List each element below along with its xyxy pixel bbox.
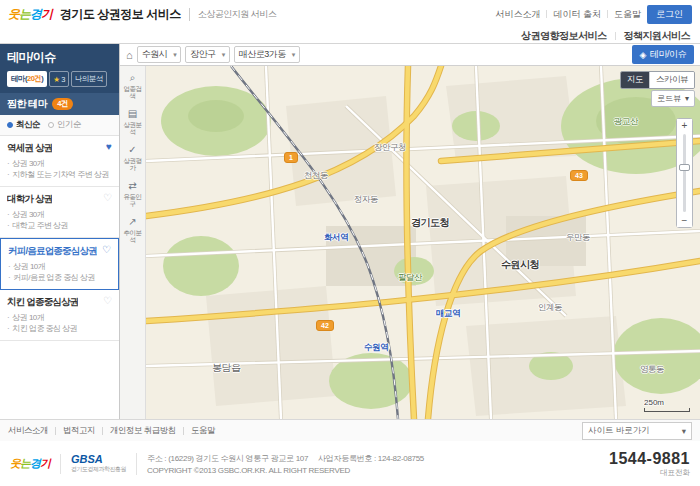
map-label-cheoncheon: 천천동 <box>304 170 328 182</box>
chevron-down-icon: ▾ <box>222 51 225 59</box>
footer-link-legal[interactable]: 법적고지 <box>63 425 95 437</box>
route-badge: 43 <box>570 170 588 181</box>
link-data-source[interactable]: 데이터 출처 <box>553 8 601 21</box>
tab-my-analysis[interactable]: 나의분석 <box>71 71 107 87</box>
site-shortcut-select[interactable]: 사이트 바로가기 ▾ <box>582 422 692 440</box>
phone-number: 1544-9881 <box>609 450 690 468</box>
footer-address: 주소 : (16229) 경기도 수원시 영통구 광교로 107 <box>147 453 308 464</box>
heart-icon[interactable]: ♥ <box>106 142 112 152</box>
theme-card-university[interactable]: 대학가 상권 ♡ ·상권 30개 ·대학교 주변 상권 <box>0 187 119 238</box>
tool-district-evaluation[interactable]: ✓ 상권평가 <box>120 144 145 171</box>
sub-footer: 서비스소개 법적고지 개인정보 취급방침 도움말 사이트 바로가기 ▾ <box>0 419 700 441</box>
roadview-button[interactable]: 로드뷰 ▾ <box>651 90 695 107</box>
sidebar-header: 테마/이슈 테마(20건) ★ 3 나의분석 <box>0 44 119 93</box>
map-label-hwaseo-station: 화서역 <box>324 232 348 244</box>
map-label-ingye: 인계동 <box>538 302 562 314</box>
tool-district-analysis[interactable]: ▤ 상권분석 <box>120 108 145 135</box>
map-view-button[interactable]: 지도 <box>621 72 649 88</box>
sidebar-tabs: 테마(20건) ★ 3 나의분석 <box>7 71 112 87</box>
divider <box>546 10 547 18</box>
heart-outline-icon[interactable]: ♡ <box>102 245 111 255</box>
nav-policy-service[interactable]: 정책지원서비스 <box>624 29 691 43</box>
sort-recent[interactable]: 최신순 <box>7 119 40 131</box>
theme-icon: ◈ <box>640 50 646 60</box>
trend-icon: ↗ <box>128 216 136 228</box>
tab-theme[interactable]: 테마(20건) <box>7 71 47 87</box>
page-title: 경기도 상권정보 서비스 <box>60 6 181 23</box>
map-label-city-hall: 수원시청 <box>501 258 539 272</box>
home-icon[interactable]: ⌂ <box>126 49 133 61</box>
divider <box>607 10 608 18</box>
gbsa-logo: GBSA 경기도경제과학진흥원 <box>60 454 126 474</box>
tool-iconbar: ⌕ 업종검색 ▤ 상권분석 ✓ 상권평가 ⇄ 유동인구 <box>120 66 146 419</box>
footer: 웃는경기 GBSA 경기도경제과학진흥원 주소 : (16229) 경기도 수원… <box>0 441 700 486</box>
footer-link-service[interactable]: 서비스소개 <box>8 425 48 437</box>
map-label-suwon-station: 수원역 <box>364 342 388 354</box>
search-icon: ⌕ <box>130 72 136 84</box>
divider <box>615 32 616 40</box>
login-button[interactable]: 로그인 <box>647 5 692 24</box>
theme-card-chicken[interactable]: 치킨 업종중심상권 ♡ ·상권 10개 ·치킨 업종 중심 상권 <box>0 290 119 341</box>
phone-label: 대표전화 <box>609 468 690 478</box>
map-label-provincial-office: 경기도청 <box>411 216 449 230</box>
map-label-gwanggyosan: 광교산 <box>614 116 638 128</box>
theme-sidebar: 테마/이슈 테마(20건) ★ 3 나의분석 찜한 테마 4건 <box>0 44 120 419</box>
chevron-down-icon: ▾ <box>173 51 176 59</box>
tool-trend-analysis[interactable]: ↗ 추이분석 <box>120 216 145 243</box>
scale-bar <box>644 408 690 412</box>
map-label-uman: 우만동 <box>566 232 590 244</box>
nav-impact-service[interactable]: 상권영향정보서비스 <box>521 29 607 43</box>
zoom-in-button[interactable]: + <box>677 119 692 132</box>
heart-outline-icon[interactable]: ♡ <box>103 193 112 203</box>
header-utility: 서비스소개 데이터 출처 도움말 로그인 <box>495 5 692 24</box>
service-nav: 상권영향정보서비스 정책지원서비스 <box>0 28 700 44</box>
tool-foot-traffic[interactable]: ⇄ 유동인구 <box>120 180 145 207</box>
divider <box>55 427 56 435</box>
map-canvas[interactable]: 경기도청 수원시청 장안구청 화서역 수원역 매교역 봉담읍 팔달산 광교산 천… <box>146 66 700 419</box>
tool-industry-search[interactable]: ⌕ 업종검색 <box>120 72 145 99</box>
footer-link-privacy[interactable]: 개인정보 취급방침 <box>110 425 176 437</box>
map-label-jeongja: 정자동 <box>354 194 378 206</box>
map-label-gu-office: 장안구청 <box>374 142 406 154</box>
chevron-down-icon: ▾ <box>682 426 686 436</box>
theme-list: 역세권 상권 ♥ ·상권 30개 ·지하철 또는 기차역 주변 상권 대학가 상… <box>0 136 119 419</box>
map-label-yeongtong: 영통동 <box>640 364 664 376</box>
link-service-intro[interactable]: 서비스소개 <box>495 8 540 21</box>
star-icon: ★ <box>53 75 59 84</box>
gyeonggi-logo[interactable]: 웃는경기 <box>8 6 52 23</box>
page-subtitle: 소상공인지원 서비스 <box>189 8 277 21</box>
route-badge: 42 <box>316 320 334 331</box>
radio-icon <box>48 122 54 128</box>
theme-card-coffee[interactable]: 커피/음료업종중심상권 ♡ ·상권 10개 ·커피/음료 업종 중심 상권 <box>0 238 119 290</box>
footer-phone: 1544-9881 대표전화 <box>609 450 690 478</box>
theme-issue-button[interactable]: ◈ 테마/이슈 <box>632 45 694 64</box>
footer-business-number: 사업자등록번호 : 124-82-08755 <box>318 453 424 464</box>
zoom-handle[interactable] <box>679 164 690 171</box>
main-area: 테마/이슈 테마(20건) ★ 3 나의분석 찜한 테마 4건 <box>0 44 700 419</box>
footer-link-help[interactable]: 도움말 <box>191 425 215 437</box>
link-help[interactable]: 도움말 <box>614 8 641 21</box>
zoom-out-button[interactable]: − <box>677 214 692 227</box>
sort-bar: 최신순 인기순 <box>0 115 119 136</box>
chevron-down-icon: ▾ <box>292 51 295 59</box>
zoom-track[interactable] <box>683 134 686 212</box>
gyeonggi-footer-logo: 웃는경기 <box>10 456 50 471</box>
region-select-si[interactable]: 수원시 ▾ <box>137 46 182 63</box>
region-select-dong[interactable]: 매산로3가동 ▾ <box>234 46 300 63</box>
map-scale: 250m <box>644 398 690 412</box>
map-label-paldalsan: 팔달산 <box>398 272 422 284</box>
divider <box>102 427 103 435</box>
sort-popular[interactable]: 인기순 <box>48 119 81 131</box>
footer-copyright: COPYRIGHT ©2013 GSBC.OR.KR. ALL RIGHT RE… <box>147 466 350 475</box>
zoom-control: + − <box>676 118 693 228</box>
pinned-themes-header: 찜한 테마 4건 <box>0 93 119 115</box>
sidebar-title: 테마/이슈 <box>7 49 112 66</box>
map-label-maegyo-station: 매교역 <box>436 308 460 320</box>
heart-outline-icon[interactable]: ♡ <box>103 296 112 306</box>
tab-favorites[interactable]: ★ 3 <box>49 71 69 87</box>
skyview-button[interactable]: 스카이뷰 <box>649 72 694 88</box>
theme-card-station-area[interactable]: 역세권 상권 ♥ ·상권 30개 ·지하철 또는 기차역 주변 상권 <box>0 136 119 187</box>
route-badge: 1 <box>284 152 298 163</box>
region-select-gu[interactable]: 장안구 ▾ <box>185 46 230 63</box>
radio-icon <box>7 122 13 128</box>
